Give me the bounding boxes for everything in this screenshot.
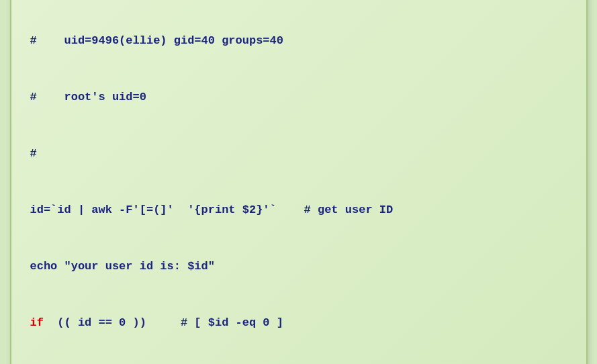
line8-text: # <box>30 147 37 160</box>
line6: # uid=9496(ellie) gid=40 groups=40 <box>30 32 567 50</box>
line7: # root's uid=0 <box>30 88 567 107</box>
line6-text: # uid=9496(ellie) gid=40 groups=40 <box>30 34 283 47</box>
code-container: #!/bin/bash ## filename: idcheck.sh # pu… <box>10 0 588 364</box>
line11: if (( id == 0 )) # [ $id -eq 0 ] <box>30 314 567 332</box>
line11-rest: (( id == 0 )) # [ $id -eq 0 ] <box>44 316 283 329</box>
line10-text: echo "your user id is: $id" <box>30 260 215 273</box>
line11-if: if <box>30 316 44 329</box>
line10: echo "your user id is: $id" <box>30 257 567 276</box>
line7-text: # root's uid=0 <box>30 91 146 103</box>
line8: # <box>30 144 567 163</box>
line9-text: id=`id | awk -F'[=(]' '{print $2}'` # ge… <box>30 203 394 216</box>
code-block: #!/bin/bash ## filename: idcheck.sh # pu… <box>30 0 567 364</box>
line9: id=`id | awk -F'[=(]' '{print $2}'` # ge… <box>30 201 567 220</box>
